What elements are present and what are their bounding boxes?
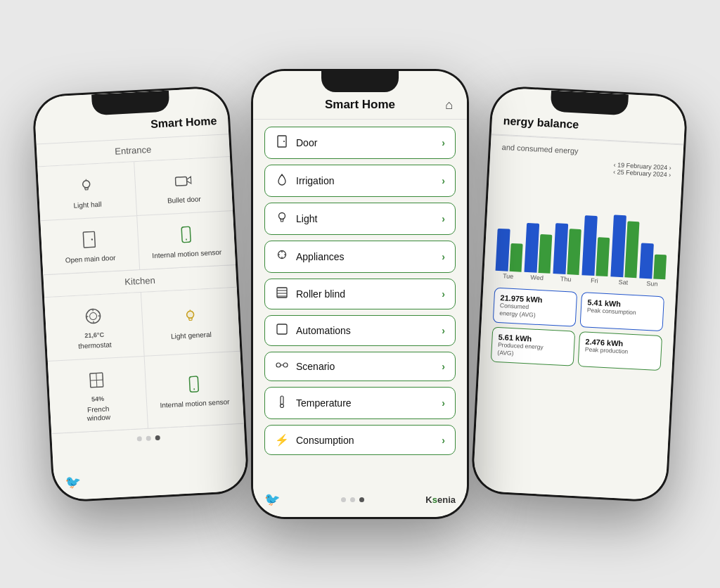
stat-produced-avg: 5.61 kWh Produced energy(AVG) bbox=[491, 327, 575, 366]
svg-point-29 bbox=[276, 363, 281, 367]
list-item[interactable]: Internal motion sensor bbox=[144, 352, 244, 428]
bar-blue-wed bbox=[525, 223, 539, 273]
label-sun: Sun bbox=[639, 279, 665, 288]
bar-blue-tue bbox=[496, 229, 510, 271]
bar-green-thu bbox=[567, 229, 581, 275]
chart-area bbox=[484, 172, 682, 280]
chevron-automations: › bbox=[442, 325, 445, 336]
svg-rect-2 bbox=[175, 177, 187, 186]
svg-rect-3 bbox=[84, 231, 96, 248]
svg-point-0 bbox=[83, 181, 91, 188]
stats-grid: 21.975 kWh Consumedenergy (AVG) 5.41 kWh… bbox=[479, 280, 676, 378]
label-tue: Tue bbox=[495, 272, 521, 281]
consumption-label: Consumption bbox=[296, 435, 354, 446]
appliances-label: Appliances bbox=[296, 251, 345, 262]
dot-1[interactable] bbox=[136, 436, 141, 441]
stat-peak-consumption: 5.41 kWh Peak consumption bbox=[580, 292, 664, 331]
scenario-icon bbox=[275, 360, 289, 373]
bar-blue-fri bbox=[581, 215, 597, 276]
temperature-label: Temperature bbox=[296, 397, 352, 409]
label-fri: Fri bbox=[581, 276, 608, 285]
menu-item-appliances[interactable]: Appliances › bbox=[264, 241, 456, 273]
dot-3[interactable] bbox=[155, 435, 160, 440]
list-item[interactable]: Light general bbox=[141, 288, 240, 356]
menu-item-rollerblind[interactable]: Roller blind › bbox=[264, 279, 456, 309]
bar-green-fri bbox=[596, 237, 610, 276]
bolt-icon: ⚡ bbox=[275, 433, 289, 447]
svg-point-8 bbox=[90, 312, 98, 320]
center-dot-2[interactable] bbox=[350, 497, 355, 502]
list-item[interactable]: Internal motion sensor bbox=[137, 211, 236, 269]
bird-icon-left: 🐦 bbox=[65, 474, 81, 490]
chevron-light: › bbox=[442, 213, 445, 224]
chevron-rollerblind: › bbox=[442, 288, 445, 300]
chevron-consumption: › bbox=[442, 435, 445, 446]
door-label: Door bbox=[296, 137, 317, 148]
svg-point-21 bbox=[283, 141, 285, 142]
center-footer: 🐦 Ksenia bbox=[253, 492, 467, 507]
label-thu: Thu bbox=[553, 275, 579, 283]
menu-item-light[interactable]: Light › bbox=[264, 203, 456, 235]
motion-sensor2-label: Internal motion sensor bbox=[160, 398, 229, 410]
stat-label-3: Produced energy(AVG) bbox=[497, 341, 568, 360]
irrigation-icon bbox=[275, 173, 289, 188]
automations-label: Automations bbox=[296, 325, 351, 336]
rollerblind-label: Roller blind bbox=[296, 288, 345, 300]
bullet-door-label: Bullet door bbox=[167, 195, 201, 205]
bar-green-wed bbox=[538, 234, 552, 274]
chart-group-tue bbox=[496, 229, 524, 272]
right-screen: nergy balance and consumed energy ‹ 19 F… bbox=[472, 87, 686, 501]
light-icon bbox=[73, 172, 100, 199]
menu-item-irrigation[interactable]: Irrigation › bbox=[264, 165, 456, 197]
light-hall-label: Light hall bbox=[73, 200, 102, 210]
dot-2[interactable] bbox=[146, 436, 150, 441]
center-screen: Smart Home ⌂ Door › bbox=[253, 71, 467, 517]
list-item[interactable]: 21,6°C thermostat bbox=[44, 293, 143, 361]
label-wed: Wed bbox=[524, 274, 550, 282]
blind-icon bbox=[275, 287, 289, 301]
chevron-irrigation: › bbox=[442, 175, 445, 186]
open-main-door-label: Open main door bbox=[65, 254, 115, 265]
bar-green-sat bbox=[624, 221, 640, 278]
irrigation-label: Irrigation bbox=[296, 175, 334, 186]
chevron-door: › bbox=[442, 137, 445, 148]
automations-icon bbox=[275, 324, 289, 338]
menu-item-automations[interactable]: Automations › bbox=[264, 315, 456, 346]
svg-rect-28 bbox=[277, 324, 287, 334]
light-general-icon bbox=[177, 302, 204, 329]
list-item[interactable]: Bullet door bbox=[134, 157, 233, 215]
bird-icon-center: 🐦 bbox=[264, 492, 280, 507]
center-dot-1[interactable] bbox=[341, 497, 346, 502]
svg-point-4 bbox=[91, 238, 94, 241]
list-item[interactable]: Light hall bbox=[37, 162, 136, 220]
chevron-scenario: › bbox=[442, 361, 445, 372]
bar-blue-thu bbox=[553, 223, 567, 274]
light-general-label: Light general bbox=[171, 331, 212, 341]
center-dot-3[interactable] bbox=[359, 497, 364, 502]
chevron-temperature: › bbox=[442, 397, 445, 409]
temperature-icon bbox=[275, 395, 289, 411]
home-icon[interactable]: ⌂ bbox=[445, 98, 453, 113]
menu-item-consumption[interactable]: ⚡ Consumption › bbox=[264, 425, 456, 455]
bar-green-tue bbox=[509, 243, 523, 272]
menu-item-door[interactable]: Door › bbox=[264, 127, 456, 159]
kitchen-grid: 21,6°C thermostat Light general bbox=[44, 288, 244, 434]
stat-consumed-avg: 21.975 kWh Consumedenergy (AVG) bbox=[493, 288, 577, 327]
right-notch bbox=[551, 91, 629, 116]
menu-item-temperature[interactable]: Temperature › bbox=[264, 387, 456, 419]
list-item[interactable]: Open main door bbox=[40, 216, 139, 274]
svg-point-30 bbox=[283, 363, 288, 367]
door-icon bbox=[76, 226, 103, 253]
center-notch bbox=[321, 71, 399, 92]
chart-group-sat bbox=[610, 215, 640, 278]
left-notch bbox=[91, 91, 169, 116]
list-item[interactable]: 54% Frenchwindow bbox=[48, 357, 148, 433]
french-window-label: Frenchwindow bbox=[86, 405, 111, 423]
sensor2-icon bbox=[181, 371, 207, 397]
menu-item-scenario[interactable]: Scenario › bbox=[264, 352, 456, 381]
left-screen: Smart Home Entrance Light hall bbox=[34, 87, 248, 501]
left-phone: Smart Home Entrance Light hall bbox=[32, 85, 250, 503]
thermostat-temp: 21,6°C bbox=[84, 331, 104, 339]
scenario-label: Scenario bbox=[296, 361, 335, 372]
ksenia-logo: Ksenia bbox=[425, 494, 456, 505]
